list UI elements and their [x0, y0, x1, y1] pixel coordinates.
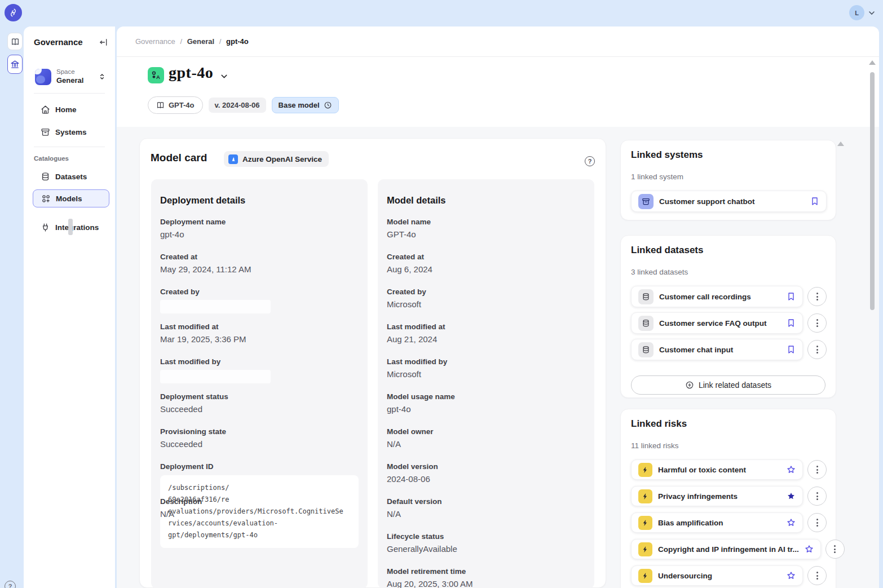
detail-field: Last modified by Microsoft — [387, 357, 585, 392]
scrollbar-thumb[interactable] — [870, 72, 875, 310]
linked-risk-card[interactable]: Bias amplification — [631, 512, 803, 533]
scrollbar-up-icon[interactable] — [869, 60, 876, 65]
breadcrumb: Governance / General / gpt-4o — [135, 37, 249, 46]
field-value: May 29, 2024, 11:12 AM — [160, 264, 359, 274]
book-icon — [156, 101, 165, 109]
field-label: Last modified by — [160, 357, 359, 366]
sidebar-collapse-icon[interactable] — [99, 38, 108, 47]
linked-risk-card[interactable]: Copyright and IP infringement in AI tr..… — [631, 539, 821, 559]
field-label: Deployment ID — [160, 462, 359, 471]
bookmark-icon[interactable] — [787, 292, 796, 301]
user-menu-chevron-icon[interactable] — [867, 8, 876, 17]
azure-service-badge: Azure OpenAI Service — [224, 151, 329, 167]
field-value-redacted — [160, 300, 271, 313]
risk-menu-button[interactable] — [807, 513, 827, 532]
rail-library-button[interactable] — [7, 33, 23, 50]
detail-field: Created at Aug 6, 2024 — [387, 253, 585, 288]
field-value: Aug 6, 2024 — [387, 264, 585, 274]
system-icon — [638, 194, 654, 209]
risk-lightning-icon — [638, 489, 652, 503]
database-icon — [41, 172, 50, 182]
dataset-menu-button[interactable] — [807, 340, 827, 359]
home-icon — [41, 105, 50, 114]
field-value: Aug 21, 2024 — [387, 334, 585, 344]
linked-risk-card[interactable]: Privacy infringements — [631, 486, 803, 506]
sidebar-item-datasets[interactable]: Datasets — [33, 167, 109, 185]
deployment-details-heading: Deployment details — [160, 195, 359, 218]
field-label: Model version — [387, 462, 585, 471]
detail-field: Model usage name gpt-4o — [387, 392, 585, 427]
detail-field: Last modified at Aug 21, 2024 — [387, 322, 585, 357]
linked-dataset-card[interactable]: Customer service FAQ output — [631, 312, 803, 334]
risk-menu-button[interactable] — [807, 487, 827, 506]
model-card-panel: Model card Azure OpenAI Service ? Deploy… — [139, 138, 606, 588]
linked-datasets-heading: Linked datasets — [631, 245, 827, 256]
app-logo[interactable] — [5, 4, 22, 21]
linked-datasets-panel: Linked datasets 3 linked datasets Custom… — [620, 235, 836, 398]
help-bottom-icon[interactable]: ? — [5, 581, 16, 588]
linked-dataset-card[interactable]: Customer call recordings — [631, 286, 803, 307]
sidebar-item-home[interactable]: Home — [33, 100, 109, 118]
sidebar-divider — [34, 147, 105, 147]
sidebar-scroll-artifact — [68, 219, 73, 235]
detail-field: Provisioning state Succeeded — [160, 427, 359, 462]
star-outline-icon[interactable] — [787, 518, 796, 527]
model-details-card: Model details Model name GPT-4o Created … — [378, 179, 594, 588]
field-label: Created by — [387, 288, 585, 296]
user-avatar[interactable]: L — [849, 5, 864, 20]
field-value: 2024-08-06 — [387, 474, 585, 484]
linked-risk-card[interactable]: Harmful or toxic content — [631, 459, 803, 480]
detail-field: Deployment status Succeeded — [160, 392, 359, 427]
field-value: Succeeded — [160, 439, 359, 449]
panel-scroll-up-icon[interactable] — [837, 142, 844, 146]
sidebar-section-catalogues: Catalogues — [34, 155, 69, 162]
header-divider — [117, 56, 879, 57]
dataset-menu-button[interactable] — [807, 313, 827, 333]
linked-datasets-count: 3 linked datasets — [631, 268, 827, 276]
risk-menu-button[interactable] — [807, 460, 827, 479]
azure-badge-label: Azure OpenAI Service — [242, 155, 322, 163]
linked-systems-list: Customer support chatbot — [631, 191, 827, 212]
risk-menu-button[interactable] — [825, 540, 845, 559]
space-selector[interactable]: Space General — [30, 65, 108, 89]
field-label: Last modified at — [387, 322, 585, 331]
star-outline-icon[interactable] — [787, 571, 796, 580]
detail-field: Model owner N/A — [387, 427, 585, 462]
header-chips: GPT-4o v. 2024-08-06 Base model — [148, 96, 339, 114]
title-chevron-down-icon[interactable] — [219, 72, 229, 81]
link-related-datasets-button[interactable]: Link related datasets — [631, 375, 825, 395]
linked-dataset-card[interactable]: Customer chat input — [631, 339, 803, 360]
breadcrumb-general[interactable]: General — [187, 37, 214, 46]
clock-icon[interactable] — [324, 101, 332, 109]
dataset-menu-button[interactable] — [807, 287, 827, 306]
model-card-help-icon[interactable]: ? — [585, 156, 595, 166]
logo-squiggle-icon — [8, 7, 19, 18]
rail-governance-button[interactable] — [7, 55, 23, 74]
linked-datasets-list: Customer call recordings — [631, 286, 827, 365]
detail-field: Model name GPT-4o — [387, 218, 585, 253]
bookmark-icon[interactable] — [810, 197, 819, 206]
linked-risks-heading: Linked risks — [631, 418, 827, 430]
model-details-heading: Model details — [387, 195, 585, 218]
deployment-fields: Deployment name gpt-4o Created at May 29… — [160, 218, 359, 532]
field-label: Last modified at — [160, 322, 359, 331]
bookmark-icon[interactable] — [787, 319, 796, 328]
field-value: gpt-4o — [160, 229, 359, 239]
field-value: GenerallyAvailable — [387, 544, 585, 554]
app-root: L ? Governance Space General — [0, 0, 883, 588]
risk-menu-button[interactable] — [807, 566, 827, 585]
risk-lightning-icon — [638, 569, 652, 583]
base-model-chip: Base model — [272, 97, 339, 113]
star-filled-icon[interactable] — [787, 492, 796, 501]
bookmark-icon[interactable] — [787, 345, 796, 354]
sidebar-item-models[interactable]: Models — [33, 189, 109, 207]
deployment-id-code: /subscriptions/69e2016af316/reevaluation… — [160, 475, 359, 548]
breadcrumb-governance[interactable]: Governance — [135, 37, 175, 46]
star-outline-icon[interactable] — [805, 545, 814, 554]
svg-text:A: A — [156, 74, 160, 80]
sidebar-item-systems[interactable]: Systems — [33, 123, 109, 141]
linked-risk-card[interactable]: Undersourcing — [631, 565, 803, 586]
star-outline-icon[interactable] — [787, 465, 796, 474]
linked-system-card[interactable]: Customer support chatbot — [631, 191, 827, 212]
sidebar-item-label: Systems — [55, 128, 87, 136]
